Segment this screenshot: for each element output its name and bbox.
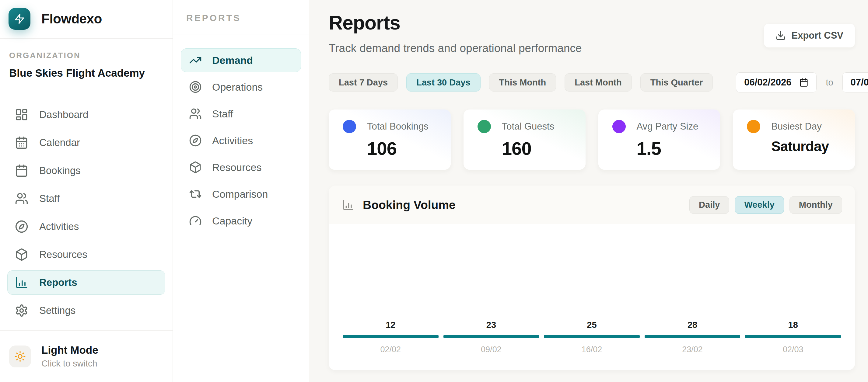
stat-dot-purple — [612, 120, 626, 133]
stat-value: 106 — [367, 138, 437, 159]
end-date-input[interactable]: 07/03/2026 — [842, 72, 868, 92]
view-monthly-button[interactable]: Monthly — [789, 196, 842, 214]
theme-toggle[interactable]: Light Mode Click to switch — [9, 344, 163, 369]
organization-name: Blue Skies Flight Academy — [9, 67, 163, 79]
compass-icon — [15, 220, 28, 233]
preset-this-month[interactable]: This Month — [489, 73, 556, 92]
repeat-arrows-icon — [189, 188, 202, 200]
sidebar-item-label: Dashboard — [39, 109, 88, 121]
sun-icon — [14, 351, 26, 362]
stat-dot-blue — [343, 120, 356, 133]
sidebar-item-label: Activities — [39, 221, 79, 232]
stat-dot-green — [477, 120, 491, 133]
bar-group: 25 16/02 — [544, 320, 640, 354]
bar — [343, 335, 439, 338]
preset-last-7-days[interactable]: Last 7 Days — [329, 73, 398, 92]
subnav-item-operations[interactable]: Operations — [181, 75, 301, 99]
subnav-item-label: Operations — [212, 81, 262, 93]
package-icon — [15, 248, 28, 261]
download-icon — [775, 30, 786, 41]
bar-chart-icon — [342, 199, 354, 211]
calendar-days-icon — [15, 136, 28, 149]
trending-up-icon — [189, 54, 202, 67]
theme-toggle-title: Light Mode — [41, 344, 98, 356]
preset-last-30-days[interactable]: Last 30 Days — [406, 73, 480, 92]
calendar-icon — [15, 164, 28, 177]
sidebar-item-label: Bookings — [39, 165, 81, 177]
dashboard-grid-icon — [15, 108, 28, 121]
sidebar-item-settings[interactable]: Settings — [7, 298, 165, 323]
subnav-item-label: Capacity — [212, 215, 252, 227]
subnav-list: Demand Operations Staff Activities Resou… — [173, 34, 309, 250]
view-daily-button[interactable]: Daily — [689, 196, 729, 214]
gear-icon — [15, 304, 28, 317]
subnav-header: REPORTS — [173, 0, 309, 34]
stat-card-avg-party-size: Avg Party Size 1.5 — [598, 109, 720, 170]
subnav-item-resources[interactable]: Resources — [181, 155, 301, 179]
calendar-icon[interactable] — [799, 78, 808, 87]
preset-last-month[interactable]: Last Month — [564, 73, 632, 92]
sidebar-item-label: Resources — [39, 249, 87, 260]
bar-group: 28 23/02 — [645, 320, 741, 354]
subnav-item-comparison[interactable]: Comparison — [181, 182, 301, 206]
stat-dot-orange — [747, 120, 760, 133]
compass-icon — [189, 134, 202, 147]
sidebar-item-reports[interactable]: Reports — [7, 270, 165, 295]
stat-card-total-bookings: Total Bookings 106 — [329, 109, 451, 170]
subnav-item-staff[interactable]: Staff — [181, 102, 301, 126]
subnav-item-activities[interactable]: Activities — [181, 129, 301, 152]
subnav-item-capacity[interactable]: Capacity — [181, 209, 301, 233]
stat-cards: Total Bookings 106 Total Guests 160 Avg … — [329, 109, 855, 170]
view-weekly-button[interactable]: Weekly — [735, 196, 784, 214]
chart-header: Booking Volume Daily Weekly Monthly — [329, 186, 855, 224]
bar-chart-icon — [15, 276, 28, 289]
sidebar-item-label: Reports — [39, 277, 77, 288]
sidebar-item-label: Staff — [39, 193, 60, 204]
export-csv-button[interactable]: Export CSV — [764, 24, 855, 47]
stat-card-busiest-day: Busiest Day Saturday — [733, 109, 855, 170]
subnav-item-label: Resources — [212, 161, 262, 173]
bar-value-label: 23 — [486, 320, 496, 330]
target-icon — [189, 81, 202, 93]
date-filters: Last 7 Days Last 30 Days This Month Last… — [329, 72, 855, 92]
primary-sidebar: Flowdexo ORGANIZATION Blue Skies Flight … — [0, 0, 173, 382]
bar-value-label: 25 — [587, 320, 596, 330]
subnav-item-label: Staff — [212, 108, 233, 120]
sun-icon-box — [9, 346, 31, 368]
stat-label: Avg Party Size — [637, 121, 699, 132]
sidebar-item-activities[interactable]: Activities — [7, 215, 165, 239]
brand-name: Flowdexo — [41, 11, 102, 27]
sidebar-item-staff[interactable]: Staff — [7, 186, 165, 211]
sidebar-item-label: Settings — [39, 305, 75, 316]
to-label: to — [826, 77, 833, 88]
brand: Flowdexo — [0, 0, 173, 39]
export-csv-label: Export CSV — [791, 30, 843, 41]
organization-label: ORGANIZATION — [9, 51, 163, 60]
preset-this-quarter[interactable]: This Quarter — [640, 73, 713, 92]
stat-value: 1.5 — [637, 138, 706, 159]
bar-category-label: 09/02 — [481, 345, 502, 354]
sidebar-footer: Light Mode Click to switch — [0, 330, 173, 382]
stat-label: Total Guests — [502, 121, 554, 132]
stat-card-total-guests: Total Guests 160 — [464, 109, 586, 170]
sidebar-item-calendar[interactable]: Calendar — [7, 130, 165, 155]
bar — [645, 335, 741, 338]
main-content: Reports Track demand trends and operatio… — [309, 0, 868, 382]
subnav-item-demand[interactable]: Demand — [181, 49, 301, 72]
sidebar-item-dashboard[interactable]: Dashboard — [7, 102, 165, 127]
bar — [745, 335, 841, 338]
chart-title: Booking Volume — [363, 198, 456, 212]
theme-toggle-text: Light Mode Click to switch — [41, 344, 98, 369]
sidebar-item-bookings[interactable]: Bookings — [7, 158, 165, 183]
sidebar-item-resources[interactable]: Resources — [7, 243, 165, 267]
app-window: Flowdexo ORGANIZATION Blue Skies Flight … — [0, 0, 868, 382]
stat-value: Saturday — [771, 138, 841, 155]
users-icon — [15, 192, 28, 205]
page-header-text: Reports Track demand trends and operatio… — [329, 11, 582, 55]
gauge-icon — [189, 215, 202, 227]
bar-value-label: 28 — [687, 320, 697, 330]
package-icon — [189, 161, 202, 174]
start-date-input[interactable]: 06/02/2026 — [736, 72, 816, 92]
theme-toggle-subtitle: Click to switch — [41, 358, 98, 369]
subnav-item-label: Activities — [212, 135, 253, 147]
